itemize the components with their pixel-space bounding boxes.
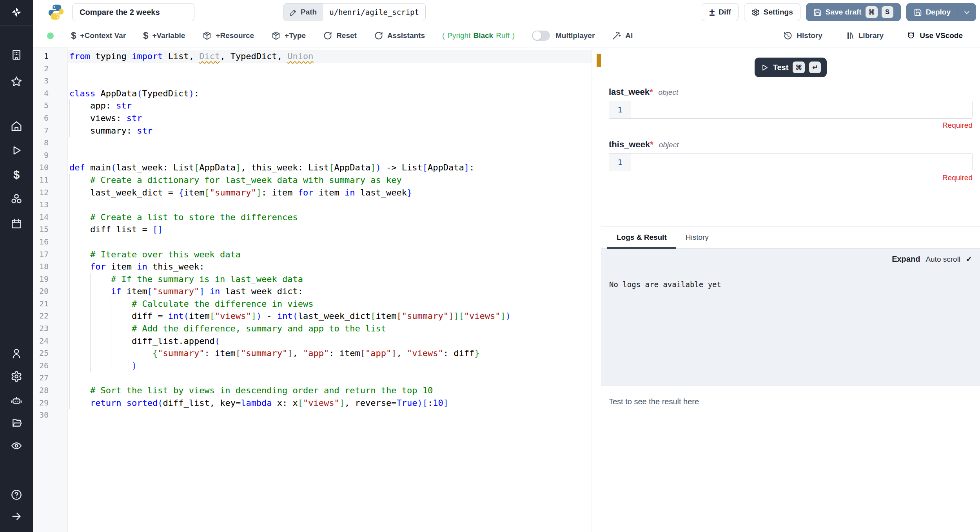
dollar-icon: $ [71,30,76,41]
code-line[interactable] [68,137,592,149]
code-line[interactable] [68,75,592,87]
editor-code[interactable]: from typing import List, Dict, TypedDict… [67,47,592,532]
overview-ruler[interactable] [592,47,601,532]
folders-icon[interactable] [10,416,23,429]
help-icon[interactable] [10,488,23,501]
library-button[interactable]: Library [845,31,884,40]
input-value[interactable] [631,101,972,118]
audit-eye-icon[interactable] [10,439,23,452]
workers-robot-icon[interactable] [10,394,23,407]
line-number: 16 [33,236,67,248]
arg-name-last-week: last_week* [609,87,653,97]
last-week-json-input[interactable]: 1 [609,101,973,119]
connection-status-dot [47,33,54,39]
script-name-input[interactable]: Compare the 2 weeks [72,3,194,21]
add-type-button[interactable]: +Type [271,31,306,40]
add-resource-button[interactable]: +Resource [202,31,254,40]
code-line[interactable]: for item in this_week: [68,261,592,273]
logs-empty-message: No logs are available yet [609,280,972,289]
code-line[interactable]: # If the summary is in last_week data [68,273,592,286]
code-line[interactable] [68,199,592,211]
code-line[interactable]: diff_list = [] [68,223,592,236]
code-line[interactable]: # Create a list to store the differences [68,211,592,224]
assistants-button[interactable]: Assistants [374,31,425,40]
line-number: 27 [33,372,67,384]
add-variable-button[interactable]: $ +Variable [143,30,185,41]
path-label: Path [301,8,317,16]
code-line[interactable]: # Iterate over this_week data [68,248,592,261]
windmill-logo-icon[interactable] [10,5,23,19]
ruff-status: Ruff [496,31,510,40]
library-label: Library [858,31,884,40]
gear-icon [751,8,760,16]
runs-play-icon[interactable] [10,144,23,157]
check-icon[interactable]: ✓ [966,255,972,264]
s-key-badge: S [882,6,893,18]
resources-cubes-icon[interactable] [10,192,23,206]
line-number: 7 [33,125,67,137]
code-line[interactable]: views: str [68,112,592,125]
autoscroll-toggle[interactable]: Auto scroll [926,255,960,264]
code-line[interactable]: if item["summary"] in last_week_dict: [68,285,592,298]
path-value: u/henri/agile_script [329,8,419,16]
save-draft-button[interactable]: Save draft ⌘ S [806,3,901,21]
user-icon[interactable] [10,347,23,360]
header-bar: Compare the 2 weeks Path u/henri/agile_s… [33,0,980,24]
code-line[interactable]: diff_list.append( [68,335,592,347]
code-line[interactable] [68,149,592,162]
code-line[interactable]: class AppData(TypedDict): [68,87,592,100]
toggle-knob [533,31,541,40]
code-line[interactable]: ) [68,360,592,372]
ai-button[interactable]: AI [612,31,633,40]
this-week-json-input[interactable]: 1 [609,153,973,171]
tab-history[interactable]: History [676,226,718,248]
settings-gear-icon[interactable] [10,370,23,383]
expand-button[interactable]: Expand [892,255,920,264]
schedules-calendar-icon[interactable] [10,217,23,230]
code-line[interactable] [68,372,592,384]
code-line[interactable]: from typing import List, Dict, TypedDict… [68,50,592,63]
code-editor[interactable]: 1234567891011121314151617181920212223242… [33,47,601,532]
code-line[interactable]: return sorted(diff_list, key=lambda x: x… [68,397,592,409]
reset-button[interactable]: Reset [323,31,357,40]
result-section: Test to see the result here [601,385,980,532]
code-line[interactable]: # Add the difference, summary and app to… [68,322,592,335]
deploy-button[interactable]: Deploy [906,3,976,21]
use-vscode-button[interactable]: Use VScode [906,31,963,40]
path-input[interactable]: u/henri/agile_script [323,4,425,21]
code-line[interactable]: app: str [68,100,592,112]
code-line[interactable] [68,63,592,75]
code-line[interactable]: diff = int(item["views"]) - int(last_wee… [68,310,592,322]
code-line[interactable] [68,409,592,422]
home-icon[interactable] [10,119,23,133]
code-line[interactable]: {"summary": item["summary"], "app": item… [68,347,592,360]
workspace-building-icon[interactable] [10,48,23,62]
black-status: Black [473,31,493,40]
line-number: 18 [33,261,67,273]
code-line[interactable]: # Sort the list by views in descending o… [68,384,592,397]
code-line[interactable] [68,236,592,248]
diff-button[interactable]: ± Diff [702,3,738,21]
settings-button[interactable]: Settings [744,3,800,21]
code-line[interactable]: summary: str [68,125,592,137]
code-line[interactable]: last_week_dict = {item["summary"]: item … [68,186,592,199]
tab-logs-result[interactable]: Logs & Result [607,226,676,248]
vscode-cat-icon [906,31,916,40]
path-edit-button[interactable]: Path [283,4,323,21]
code-line[interactable]: def main(last_week: List[AppData], this_… [68,161,592,174]
line-number: 29 [33,397,67,409]
chevron-down-icon[interactable] [963,8,971,16]
expand-sidebar-arrow-icon[interactable] [10,510,23,523]
code-line[interactable]: # Create a dictionary for last_week data… [68,174,592,186]
line-number: 30 [33,409,67,422]
test-button[interactable]: Test ⌘ ↵ [755,58,827,77]
input-value[interactable] [631,154,972,171]
assistants-label: Assistants [387,31,425,40]
add-context-var-button[interactable]: $ +Context Var [71,30,126,41]
favorites-star-icon[interactable] [10,75,23,88]
multiplayer-toggle[interactable] [532,31,550,41]
variables-dollar-icon[interactable]: $ [10,168,23,181]
code-line[interactable]: # Calculate the difference in views [68,298,592,310]
enter-key-badge: ↵ [809,62,821,73]
history-button[interactable]: History [783,31,822,40]
